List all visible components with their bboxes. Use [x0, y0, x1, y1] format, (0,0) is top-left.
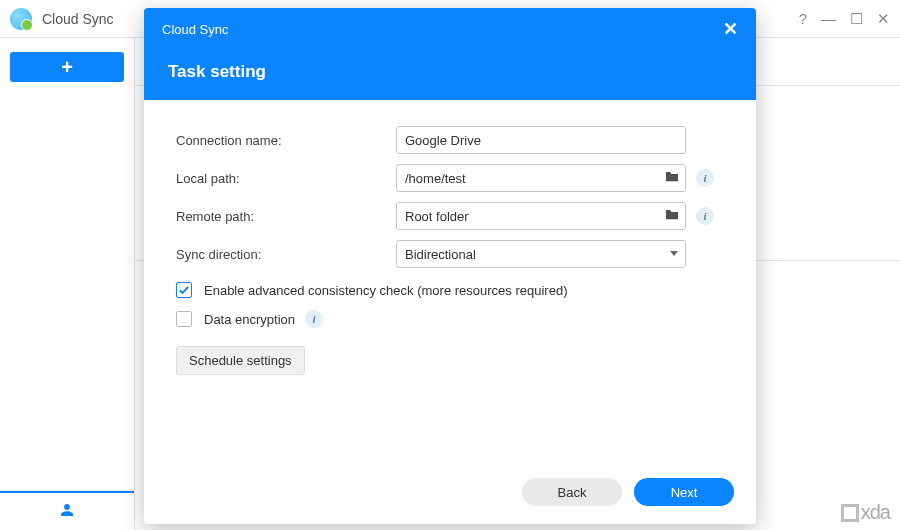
task-setting-modal: Cloud Sync ✕ Task setting Connection nam…: [144, 8, 756, 524]
row-data-encryption: Data encryption i: [176, 310, 724, 328]
label-connection-name: Connection name:: [176, 133, 396, 148]
modal-header-app-name: Cloud Sync: [162, 22, 228, 37]
row-consistency-check: Enable advanced consistency check (more …: [176, 282, 724, 298]
browse-local-folder-icon[interactable]: [664, 169, 680, 186]
encryption-label: Data encryption: [204, 312, 295, 327]
browse-remote-folder-icon[interactable]: [664, 207, 680, 224]
row-sync-direction: Sync direction:: [176, 240, 724, 268]
modal-overlay: Cloud Sync ✕ Task setting Connection nam…: [0, 0, 900, 530]
modal-header: Cloud Sync ✕ Task setting: [144, 8, 756, 100]
local-path-input[interactable]: [396, 164, 686, 192]
schedule-settings-button[interactable]: Schedule settings: [176, 346, 305, 375]
back-button[interactable]: Back: [522, 478, 622, 506]
next-button[interactable]: Next: [634, 478, 734, 506]
label-local-path: Local path:: [176, 171, 396, 186]
consistency-checkbox[interactable]: [176, 282, 192, 298]
modal-body: Connection name: Local path: i Remote pa…: [144, 100, 756, 464]
remote-path-info-icon[interactable]: i: [696, 207, 714, 225]
modal-title: Task setting: [168, 62, 738, 82]
connection-name-input[interactable]: [396, 126, 686, 154]
modal-footer: Back Next: [144, 464, 756, 524]
consistency-label: Enable advanced consistency check (more …: [204, 283, 567, 298]
label-sync-direction: Sync direction:: [176, 247, 396, 262]
watermark-text: xda: [861, 501, 890, 524]
watermark-logo-icon: [841, 504, 859, 522]
label-remote-path: Remote path:: [176, 209, 396, 224]
row-local-path: Local path: i: [176, 164, 724, 192]
row-connection-name: Connection name:: [176, 126, 724, 154]
encryption-checkbox[interactable]: [176, 311, 192, 327]
encryption-info-icon[interactable]: i: [305, 310, 323, 328]
sync-direction-select[interactable]: [396, 240, 686, 268]
remote-path-input[interactable]: [396, 202, 686, 230]
local-path-info-icon[interactable]: i: [696, 169, 714, 187]
close-icon[interactable]: ✕: [723, 18, 738, 40]
watermark: xda: [841, 501, 890, 524]
row-remote-path: Remote path: i: [176, 202, 724, 230]
